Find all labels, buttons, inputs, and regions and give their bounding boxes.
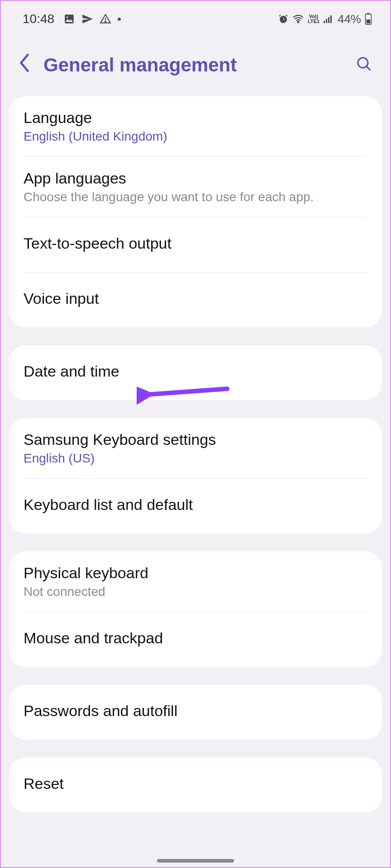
settings-item-tts[interactable]: Text-to-speech output (9, 217, 382, 272)
svg-rect-9 (330, 15, 332, 23)
image-icon (63, 13, 75, 25)
alarm-icon (278, 14, 289, 24)
settings-item-app-languages[interactable]: App languages Choose the language you wa… (9, 157, 382, 217)
settings-item-language[interactable]: Language English (United Kingdom) (9, 96, 382, 156)
status-right: Vo)) LTE1 44% (278, 12, 372, 26)
item-subtitle: Choose the language you want to use for … (24, 190, 367, 204)
item-title: Text-to-speech output (24, 235, 367, 252)
settings-item-physical-keyboard[interactable]: Physical keyboard Not connected (9, 552, 382, 612)
battery-icon (365, 13, 372, 25)
warning-icon (100, 13, 111, 25)
status-bar: 10:48 Vo)) LTE1 44% (1, 1, 390, 39)
item-title: Voice input (24, 290, 367, 307)
item-subtitle: Not connected (24, 585, 367, 599)
item-title: Reset (24, 775, 367, 793)
settings-card: Date and time (9, 345, 382, 400)
send-icon (81, 13, 93, 25)
settings-item-mouse-trackpad[interactable]: Mouse and trackpad (9, 612, 382, 667)
settings-card: Samsung Keyboard settings English (US) K… (9, 418, 382, 533)
settings-card: Passwords and autofill (9, 685, 382, 740)
clock: 10:48 (23, 12, 54, 26)
settings-card: Language English (United Kingdom) App la… (9, 96, 382, 327)
svg-point-1 (67, 16, 68, 18)
settings-item-keyboard-list[interactable]: Keyboard list and default (9, 479, 382, 533)
svg-line-14 (367, 66, 370, 70)
svg-rect-8 (328, 17, 329, 23)
back-icon[interactable] (18, 53, 31, 76)
header: General management (1, 39, 390, 96)
item-title: App languages (24, 170, 367, 187)
item-title: Mouse and trackpad (24, 629, 367, 647)
item-title: Passwords and autofill (24, 702, 367, 720)
settings-item-voice-input[interactable]: Voice input (9, 273, 382, 327)
dot-icon (118, 18, 121, 21)
settings-item-samsung-keyboard[interactable]: Samsung Keyboard settings English (US) (9, 418, 382, 478)
signal-icon (323, 14, 334, 24)
svg-rect-12 (367, 19, 371, 24)
wifi-icon (292, 14, 304, 24)
item-title: Physical keyboard (24, 564, 367, 582)
svg-rect-7 (326, 19, 327, 23)
settings-item-passwords-autofill[interactable]: Passwords and autofill (9, 685, 382, 740)
settings-item-date-time[interactable]: Date and time (9, 345, 382, 400)
item-subtitle: English (United Kingdom) (24, 129, 367, 144)
nav-handle[interactable] (157, 859, 234, 863)
item-title: Samsung Keyboard settings (24, 431, 367, 448)
page-title: General management (43, 54, 343, 76)
svg-rect-6 (324, 21, 325, 23)
battery-percentage: 44% (338, 12, 361, 26)
settings-card: Reset (9, 758, 382, 812)
svg-point-3 (105, 21, 106, 22)
svg-point-5 (297, 21, 299, 23)
item-title: Language (24, 109, 367, 127)
svg-rect-0 (65, 14, 74, 24)
search-icon[interactable] (356, 56, 373, 75)
item-title: Keyboard list and default (24, 496, 367, 514)
settings-item-reset[interactable]: Reset (9, 758, 382, 812)
status-left: 10:48 (23, 12, 121, 26)
lte-icon: Vo)) LTE1 (308, 14, 319, 24)
item-subtitle: English (US) (24, 451, 367, 466)
item-title: Date and time (24, 363, 367, 380)
settings-card: Physical keyboard Not connected Mouse an… (9, 552, 382, 667)
